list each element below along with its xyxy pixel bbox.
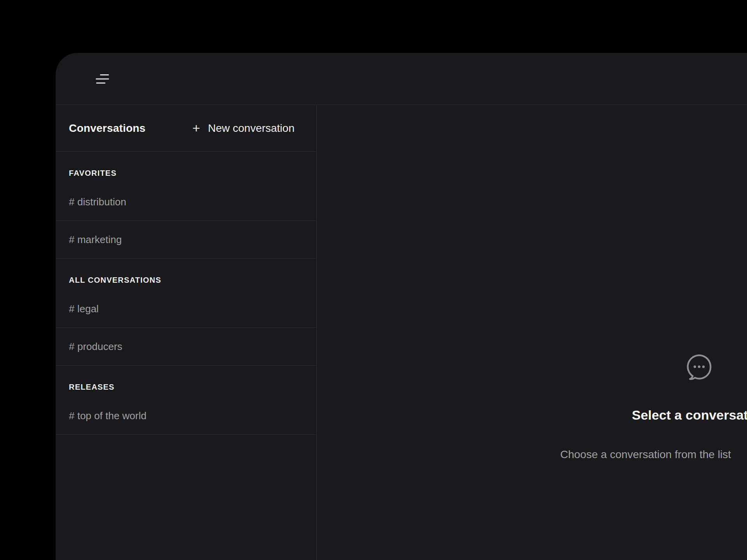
sidebar-header: Conversations + New conversation [56,105,316,152]
conversation-item-producers[interactable]: # producers [56,328,316,366]
conversation-item-top-of-the-world[interactable]: # top of the world [56,397,316,435]
conversation-list: FAVORITES # distribution # marketing ALL… [56,152,316,560]
main-area: Select a conversation Choose a conversat… [317,105,747,560]
content-row: Conversations + New conversation FAVORIT… [56,105,747,560]
top-bar [56,53,747,105]
conversation-item-marketing[interactable]: # marketing [56,221,316,259]
sidebar-toggle-icon [96,74,109,84]
conversation-item-distribution[interactable]: # distribution [56,183,316,221]
section-label-favorites: FAVORITES [56,152,316,183]
conversations-sidebar: Conversations + New conversation FAVORIT… [56,105,317,560]
new-conversation-label: New conversation [208,122,295,135]
conversation-item-legal[interactable]: # legal [56,290,316,328]
new-conversation-button[interactable]: + New conversation [193,122,295,135]
section-label-all-conversations: ALL CONVERSATIONS [56,259,316,290]
empty-state-title: Select a conversation [632,406,747,424]
chat-bubble-icon [685,352,714,381]
empty-state-subtitle: Choose a conversation from the list [560,447,731,462]
app-window: Conversations + New conversation FAVORIT… [56,53,747,560]
plus-icon: + [193,121,200,135]
sidebar-toggle-button[interactable] [96,74,109,84]
sidebar-title: Conversations [69,122,146,135]
section-label-releases: RELEASES [56,366,316,397]
